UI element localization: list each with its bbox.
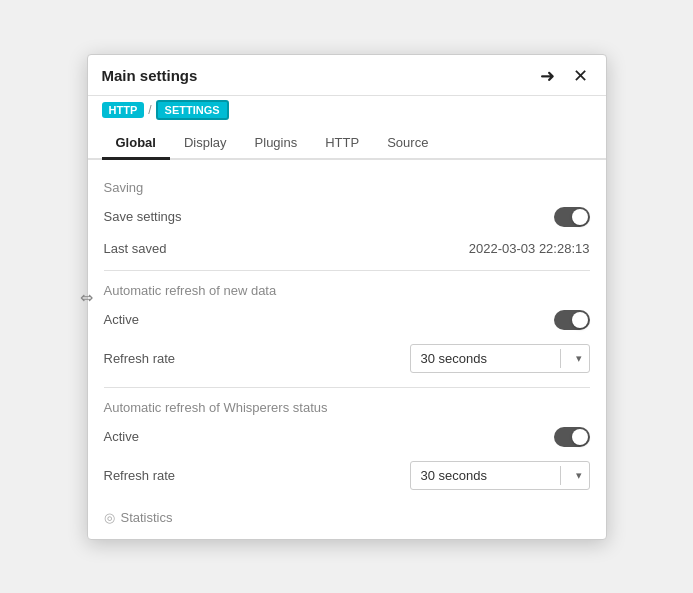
save-settings-row: Save settings xyxy=(104,205,590,229)
auto-refresh-data-active-label: Active xyxy=(104,312,139,327)
breadcrumb-separator: / xyxy=(148,103,151,117)
auto-refresh-data-rate-select[interactable]: 5 seconds 10 seconds 15 seconds 30 secon… xyxy=(411,345,589,372)
auto-refresh-whisperers-toggle[interactable] xyxy=(554,427,590,447)
auto-refresh-whisperers-rate-label: Refresh rate xyxy=(104,468,176,483)
last-saved-value: 2022-03-03 22:28:13 xyxy=(469,241,590,256)
auto-refresh-data-rate-label: Refresh rate xyxy=(104,351,176,366)
tab-display[interactable]: Display xyxy=(170,128,241,160)
tab-source[interactable]: Source xyxy=(373,128,442,160)
statistics-icon: ◎ xyxy=(104,510,115,525)
saving-section: Saving Save settings Last saved 2022-03-… xyxy=(104,180,590,258)
breadcrumb-settings[interactable]: SETTINGS xyxy=(156,100,229,120)
tab-global[interactable]: Global xyxy=(102,128,170,160)
auto-refresh-data-section: Automatic refresh of new data Active Ref… xyxy=(104,283,590,375)
dialog-header: Main settings ➜ ✕ xyxy=(88,55,606,96)
last-saved-row: Last saved 2022-03-03 22:28:13 xyxy=(104,239,590,258)
close-button[interactable]: ✕ xyxy=(569,65,592,87)
auto-refresh-data-rate-dropdown[interactable]: 5 seconds 10 seconds 15 seconds 30 secon… xyxy=(410,344,590,373)
header-actions: ➜ ✕ xyxy=(536,65,592,87)
toggle-knob-3 xyxy=(572,429,588,445)
dropdown-divider-2 xyxy=(560,466,561,485)
tab-bar: Global Display Plugins HTTP Source xyxy=(88,128,606,160)
resize-handle[interactable]: ⇔ xyxy=(80,287,93,306)
dialog-title: Main settings xyxy=(102,67,198,84)
auto-refresh-data-active-row: Active xyxy=(104,308,590,332)
auto-refresh-whisperers-section: Automatic refresh of Whisperers status A… xyxy=(104,400,590,492)
auto-refresh-data-title: Automatic refresh of new data xyxy=(104,283,590,298)
last-saved-label: Last saved xyxy=(104,241,167,256)
auto-refresh-data-toggle[interactable] xyxy=(554,310,590,330)
auto-refresh-whisperers-rate-row: Refresh rate 5 seconds 10 seconds 15 sec… xyxy=(104,459,590,492)
pin-icon: ➜ xyxy=(540,66,555,86)
auto-refresh-whisperers-active-row: Active xyxy=(104,425,590,449)
auto-refresh-data-rate-row: Refresh rate 5 seconds 10 seconds 15 sec… xyxy=(104,342,590,375)
auto-refresh-whisperers-rate-dropdown[interactable]: 5 seconds 10 seconds 15 seconds 30 secon… xyxy=(410,461,590,490)
toggle-knob-2 xyxy=(572,312,588,328)
saving-section-title: Saving xyxy=(104,180,590,195)
tab-content: Saving Save settings Last saved 2022-03-… xyxy=(88,160,606,539)
pin-button[interactable]: ➜ xyxy=(536,65,559,87)
breadcrumb-http[interactable]: HTTP xyxy=(102,102,145,118)
auto-refresh-whisperers-rate-select[interactable]: 5 seconds 10 seconds 15 seconds 30 secon… xyxy=(411,462,589,489)
auto-refresh-whisperers-title: Automatic refresh of Whisperers status xyxy=(104,400,590,415)
main-settings-dialog: ⇔ Main settings ➜ ✕ HTTP / SETTINGS Glob… xyxy=(87,54,607,540)
divider-2 xyxy=(104,387,590,388)
auto-refresh-whisperers-active-label: Active xyxy=(104,429,139,444)
dropdown-divider-1 xyxy=(560,349,561,368)
save-settings-label: Save settings xyxy=(104,209,182,224)
breadcrumb: HTTP / SETTINGS xyxy=(88,96,606,128)
statistics-label: Statistics xyxy=(121,510,173,525)
toggle-knob xyxy=(572,209,588,225)
save-settings-toggle[interactable] xyxy=(554,207,590,227)
statistics-row: ◎ Statistics xyxy=(104,502,590,525)
divider-1 xyxy=(104,270,590,271)
tab-http[interactable]: HTTP xyxy=(311,128,373,160)
tab-plugins[interactable]: Plugins xyxy=(241,128,312,160)
close-icon: ✕ xyxy=(573,66,588,86)
